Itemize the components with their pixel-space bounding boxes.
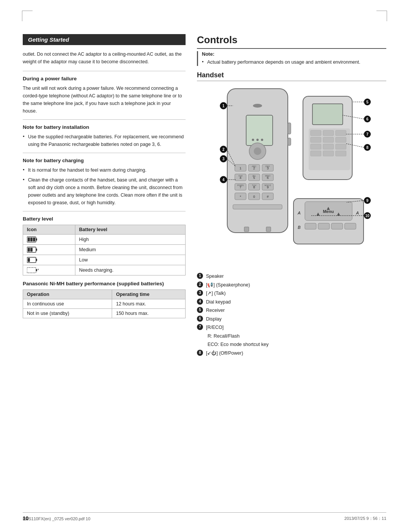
battery-level-table: Icon Battery level [23,225,186,275]
battery-icon-full [23,235,75,245]
svg-rect-2 [28,238,30,241]
svg-rect-76 [323,130,334,136]
svg-text:0: 0 [253,195,255,199]
battery-install-title: Note for battery installation [23,124,186,130]
svg-text:#: # [267,195,269,199]
handset-diagram: 1 2 3 ABC DEF 4 5 6 GHI JKL MNO [197,85,386,267]
battery-install-section: Note for battery installation Use the su… [23,124,186,148]
svg-text:5: 5 [366,100,368,104]
legend-item-6: 6 Display [197,315,386,324]
legend-num-8: 8 [197,350,203,356]
svg-rect-83 [336,144,346,149]
battery-table-header-icon: Icon [23,225,75,235]
svg-rect-11 [28,258,30,262]
svg-text:▲: ▲ [326,205,331,211]
battery-level-charging: Needs charging. [75,265,185,275]
svg-text:TUV: TUV [252,184,256,186]
legend-text-7a: R: Recall/Flash [208,332,240,341]
svg-text:A: A [297,211,300,215]
controls-title: Controls [197,34,386,49]
battery-level-low: Low [75,255,185,265]
svg-text:A: A [356,211,359,215]
svg-point-20 [261,139,263,141]
perf-header-operation: Operation [23,290,112,299]
table-row: Medium [23,245,186,255]
note-item-1: Actual battery performance depends on us… [207,58,386,66]
perf-time-2: 150 hours max. [112,309,186,318]
legend-num-4: 4 [197,299,203,305]
svg-text:7: 7 [366,132,368,136]
svg-rect-12 [27,268,36,273]
power-failure-section: During a power failure The unit will not… [23,76,186,115]
svg-point-17 [253,104,262,108]
perf-header-time: Operating time [112,290,186,299]
svg-rect-58 [288,123,291,134]
svg-text:PQRS: PQRS [237,184,244,186]
svg-text:1: 1 [239,166,241,170]
legend-item-1: 1 Speaker [197,272,386,281]
svg-rect-84 [311,151,321,156]
svg-rect-78 [311,137,321,142]
svg-text:*: * [240,195,241,199]
legend-text-7b: ECO: Eco mode shortcut key [208,340,269,349]
right-column: Controls Note: Actual battery performanc… [197,34,386,517]
svg-text:4: 4 [222,178,225,182]
legend-item-7a: R: Recall/Flash [197,332,386,341]
corner-mark-tl [22,11,33,21]
battery-charging-section: Note for battery charging It is normal f… [23,158,186,207]
svg-text:3: 3 [222,157,225,161]
handset-svg: 1 2 3 ABC DEF 4 5 6 GHI JKL MNO [197,85,386,267]
svg-rect-110 [331,223,343,229]
svg-rect-81 [311,144,321,149]
legend-num-1: 1 [197,273,203,279]
svg-text:ABC: ABC [252,165,257,167]
svg-rect-15 [227,89,288,233]
legend-text-8: [↙⏻] (Off/Power) [206,349,243,358]
svg-rect-77 [336,130,346,136]
legend-item-2: 2 [📢] (Speakerphone) [197,281,386,289]
svg-rect-55 [233,205,282,209]
svg-rect-13 [36,269,37,271]
battery-table-header-level: Battery level [75,225,185,235]
performance-section: Panasonic Ni-MH battery performance (sup… [23,281,186,318]
legend-text-2: [📢] (Speakerphone) [206,281,250,289]
svg-text:8: 8 [366,146,368,150]
power-failure-text: The unit will not work during a power fa… [23,84,186,115]
table-row: * Needs charging. [23,265,186,275]
svg-text:MNO: MNO [265,175,270,177]
svg-rect-80 [336,137,346,142]
svg-rect-109 [318,223,329,229]
performance-table: Operation Operating time In continuous u… [23,289,186,318]
battery-icon-medium [23,245,75,255]
intro-text: outlet. Do not connect the AC adaptor to… [23,50,186,66]
svg-text:JKL: JKL [252,175,256,177]
legend-item-8: 8 [↙⏻] (Off/Power) [197,349,386,358]
divider-3 [23,153,186,153]
note-list: Actual battery performance depends on us… [202,58,386,66]
svg-text:9: 9 [366,199,368,203]
performance-title: Panasonic Ni-MH battery performance (sup… [23,281,186,286]
battery-level-title: Battery level [23,216,186,222]
svg-text:▲: ▲ [336,211,341,217]
svg-rect-4 [33,238,35,241]
battery-charging-item-1: It is normal for the handset to feel war… [28,166,186,174]
svg-text:GHI: GHI [239,175,243,177]
svg-rect-108 [305,223,316,229]
legend-item-7: 7 [R/ECO] [197,323,386,332]
svg-rect-7 [28,248,30,252]
svg-text:1: 1 [222,104,225,108]
legend-item-5: 5 Receiver [197,306,386,315]
svg-rect-75 [311,130,321,136]
battery-level-section: Battery level Icon Battery level [23,216,186,275]
svg-rect-16 [246,115,273,146]
svg-rect-1 [36,238,37,241]
divider-2 [23,119,186,120]
svg-rect-3 [30,238,33,241]
footer-left: PRS110FX(en) _0725 ver020.pdf 10 [23,516,91,521]
battery-charging-item-2: Clean the charge contacts of the handset… [28,176,186,207]
divider-1 [23,71,186,71]
perf-time-1: 12 hours max. [112,299,186,309]
legend-num-6: 6 [197,316,203,322]
corner-mark-tr [376,11,387,21]
legend-text-7: [R/ECO] [206,323,224,332]
